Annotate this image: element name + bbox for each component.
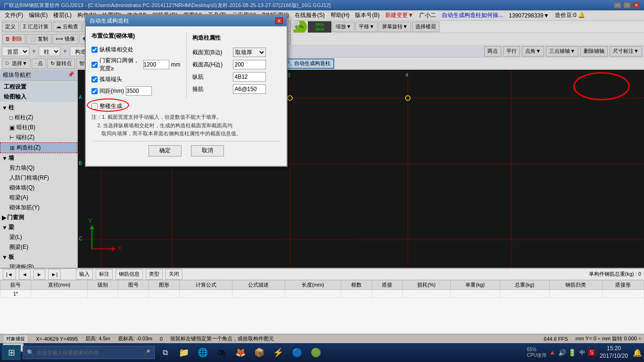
btn-auto-gen-col[interactable]: 🔧 自动生成构造柱 [282, 58, 334, 69]
btn-define[interactable]: 定义 [2, 22, 19, 32]
checkbox-whole-floor-input[interactable] [91, 103, 98, 109]
sidebar-group-openings[interactable]: ▶ 门窗洞 [0, 213, 77, 222]
btn-nav-first[interactable]: |◄ [3, 269, 16, 280]
taskbar-icon-task-view[interactable]: ⧉ [157, 345, 173, 360]
btn-point-angle[interactable]: 点角▼ [522, 46, 544, 57]
sidebar-pin[interactable]: 📌 [67, 71, 74, 79]
btn-pan[interactable]: 平移▼ [355, 22, 378, 32]
tab-close[interactable]: 关闭 [165, 269, 182, 280]
sidebar-item-struct-col[interactable]: ⊞构造柱(Z) [0, 142, 77, 153]
btn-dimension[interactable]: 尺寸标注▼ [610, 46, 642, 57]
close-button[interactable]: ✕ [633, 2, 640, 8]
sidebar-group-slab[interactable]: ▼ 板 [0, 252, 77, 262]
longitudinal-rebar-input[interactable] [233, 72, 266, 82]
btn-delete[interactable]: 🗑 删除 [2, 34, 25, 44]
minimize-button[interactable]: ─ [614, 2, 621, 8]
sidebar-item-cast-slab[interactable]: 现浇板(B) [0, 262, 77, 268]
sidebar-item-ring-beam[interactable]: 圈梁(E) [0, 242, 77, 252]
btn-rotate-point[interactable]: ↻ 旋转点 [47, 58, 75, 69]
menu-version[interactable]: 版本号(B) [352, 10, 382, 20]
taskbar-icon-app4[interactable]: 🔵 [289, 345, 305, 360]
taskbar-icon-explorer[interactable]: 📁 [175, 345, 192, 360]
menu-floor[interactable]: 楼层(L) [50, 10, 74, 20]
menu-phone[interactable]: 13907298339▼ [506, 11, 552, 20]
checkbox-spacing-input[interactable] [91, 88, 98, 94]
tray-lang-indicator[interactable]: 中 [578, 349, 586, 357]
tray-icon-network[interactable]: 🔺 [548, 349, 556, 356]
menu-new-change[interactable]: 新建变更▼ [382, 10, 416, 20]
checkbox-cross-input[interactable] [91, 47, 98, 53]
checkbox-opening-input[interactable] [91, 62, 98, 68]
floor-select[interactable]: 首层 [2, 47, 29, 56]
tray-icon-volume[interactable]: 🔊 [558, 349, 566, 356]
checkbox-isolated-wall-input[interactable] [91, 76, 98, 82]
sidebar-item-hidden-col[interactable]: ▣暗柱(B) [0, 123, 77, 132]
btn-rotate-screen[interactable]: 屏幕旋转▼ [379, 22, 411, 32]
section-width-select[interactable]: 取墙厚 [233, 48, 266, 57]
btn-two-point[interactable]: 两点 [484, 46, 501, 57]
menu-online[interactable]: 在线服务(S) [292, 10, 328, 20]
tab-mark[interactable]: 标注 [96, 269, 113, 280]
tray-ime-indicator[interactable]: S [588, 349, 595, 356]
btn-sum[interactable]: Σ 汇总计算 [20, 22, 52, 32]
sidebar-item-project-settings[interactable]: 工程设置 [0, 82, 77, 92]
sidebar-item-masonry-wall[interactable]: 砌体墙(Q) [0, 183, 77, 193]
dialog-close-button[interactable]: × [275, 17, 283, 24]
tab-rebar-info[interactable]: 钢筋信息 [116, 269, 143, 280]
taskbar-icon-app5[interactable]: 🟢 [307, 345, 324, 360]
btn-delete-axis[interactable]: 删除辅轴 [580, 46, 608, 57]
btn-cloud-check[interactable]: ☁ 云检查 [53, 22, 82, 32]
btn-nav-prev[interactable]: ◄ [19, 269, 31, 280]
maximize-button[interactable]: □ [623, 2, 631, 8]
btn-three-point[interactable]: 三点辅轴▼ [546, 46, 578, 57]
dialog-title-bar[interactable]: 自动生成构造柱 × [86, 15, 287, 26]
btn-select[interactable]: ▷ 选择▼ [2, 58, 31, 69]
sidebar-group-wall[interactable]: ▼ 墙 [0, 153, 77, 163]
btn-nav-next[interactable]: ► [33, 269, 45, 280]
stirrup-input[interactable] [233, 84, 266, 94]
menu-assistant[interactable]: 广小二 [416, 10, 439, 20]
taskbar-icon-app1[interactable]: 🦊 [232, 345, 249, 360]
btn-point[interactable]: · 点 [32, 58, 46, 69]
sidebar-group-beam[interactable]: ▼ 梁 [0, 222, 77, 232]
menu-edit[interactable]: 编辑(E) [26, 10, 50, 20]
btn-select-floor[interactable]: 选择楼层 [412, 22, 439, 32]
sidebar-group-col[interactable]: ▼ 柱 [0, 103, 77, 113]
tray-icon-battery[interactable]: 🔋 [568, 349, 576, 356]
menu-coins[interactable]: 造价豆:0 🔔 [552, 10, 588, 20]
btn-mirror[interactable]: ⟺ 镜像 [52, 34, 78, 44]
start-button[interactable]: ⊞ [2, 345, 21, 360]
dialog-cancel-button[interactable]: 取消 [191, 145, 224, 156]
btn-nav-last[interactable]: ►| [48, 269, 61, 280]
search-input[interactable] [37, 350, 140, 355]
taskbar-icon-store[interactable]: 🛍 [213, 345, 230, 360]
tray-time[interactable]: 15:20 2017/10/20 [597, 345, 631, 360]
menu-help-text[interactable]: 自动生成构造柱如何操... [439, 10, 506, 20]
taskbar-icon-edge[interactable]: 🌐 [194, 345, 211, 360]
spacing-input[interactable] [126, 86, 152, 96]
taskbar-icon-app2[interactable]: 📦 [251, 345, 268, 360]
section-height-input[interactable] [233, 60, 266, 69]
tab-input[interactable]: 输入 [76, 269, 93, 280]
tab-type[interactable]: 类型 [146, 269, 163, 280]
sidebar-item-shear-wall[interactable]: 剪力墙(Q) [0, 163, 77, 173]
opening-width-input[interactable] [143, 60, 169, 69]
component-type-select[interactable]: 柱 [39, 47, 60, 56]
btn-copy[interactable]: ⬜ 复制 [26, 34, 51, 44]
btn-snap[interactable]: 对象捕捉 [3, 335, 28, 343]
sidebar-item-beam[interactable]: 梁(L) [0, 232, 77, 242]
dialog-ok-button[interactable]: 确定 [149, 145, 182, 156]
menu-file[interactable]: 文件(F) [2, 10, 26, 20]
sidebar-item-masonry-rebar[interactable]: 砌体加筋(Y) [0, 203, 77, 213]
tray-notification[interactable]: 🔔 [633, 348, 642, 357]
taskbar-icon-app3[interactable]: ⚡ [270, 345, 287, 360]
search-bar[interactable]: 🔍 🎤 [23, 346, 155, 359]
btn-zoom[interactable]: 缩放▼ [332, 22, 355, 32]
sidebar-item-frame-col[interactable]: □框柱(Z) [0, 113, 77, 123]
btn-parallel[interactable]: 平行 [503, 46, 520, 57]
menu-help[interactable]: 帮助(H) [328, 10, 353, 20]
sidebar-item-civil-defense-wall[interactable]: 人防门框墙(RF) [0, 173, 77, 183]
sidebar-item-hidden-beam[interactable]: 暗梁(A) [0, 193, 77, 203]
sidebar-item-draw-input[interactable]: 绘图输入 [0, 92, 77, 102]
sidebar-item-end-col[interactable]: ⊢端柱(Z) [0, 132, 77, 142]
